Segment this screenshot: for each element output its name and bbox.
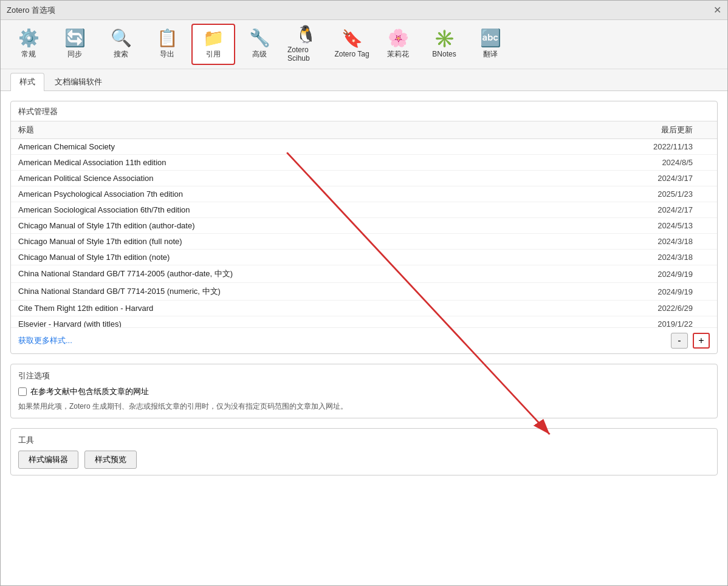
tools-buttons: 样式编辑器 样式预览 — [18, 451, 710, 469]
table-row[interactable]: American Psychological Association 7th e… — [11, 186, 717, 202]
style-title: Cite Them Right 12th edition - Harvard — [11, 301, 550, 316]
style-title: American Medical Association 11th editio… — [11, 155, 550, 171]
style-title: American Psychological Association 7th e… — [11, 186, 550, 202]
toolbar-general-label: 常规 — [21, 49, 36, 60]
table-row[interactable]: Chicago Manual of Style 17th edition (au… — [11, 218, 717, 234]
table-row[interactable]: Elsevier - Harvard (with titles) 2019/1/… — [11, 316, 717, 328]
style-title: American Sociological Association 6th/7t… — [11, 202, 550, 218]
toolbar-tag[interactable]: 🔖 Zotero Tag — [330, 24, 374, 65]
styles-table-wrapper[interactable]: 标题 最后更新 American Chemical Society 2022/1… — [11, 121, 717, 327]
tools-box: 工具 样式编辑器 样式预览 — [10, 428, 718, 475]
footer-buttons: - + — [671, 333, 710, 349]
table-row[interactable]: China National Standard GB/T 7714-2015 (… — [11, 283, 717, 301]
table-row[interactable]: China National Standard GB/T 7714-2005 (… — [11, 265, 717, 283]
table-row[interactable]: Chicago Manual of Style 17th edition (no… — [11, 250, 717, 265]
cite-icon: 📁 — [203, 30, 224, 47]
styles-section-title: 样式管理器 — [11, 101, 717, 121]
tools-title: 工具 — [18, 435, 710, 446]
toolbar-jasmine[interactable]: 🌸 茉莉花 — [376, 24, 420, 65]
toolbar-advanced[interactable]: 🔧 高级 — [238, 24, 281, 65]
style-title: Chicago Manual of Style 17th edition (au… — [11, 218, 550, 234]
toolbar-sync[interactable]: 🔄 同步 — [53, 24, 97, 65]
style-title: China National Standard GB/T 7714-2015 (… — [11, 283, 550, 301]
tab-styles[interactable]: 样式 — [10, 73, 44, 91]
citation-options-section: 引注选项 在参考文献中包含纸质文章的网址 如果禁用此项，Zotero 生成期刊、… — [10, 364, 718, 418]
toolbar-cite[interactable]: 📁 引用 — [191, 24, 235, 65]
style-date: 2025/1/23 — [550, 186, 717, 202]
toolbar-general[interactable]: ⚙️ 常规 — [7, 24, 50, 65]
style-editor-button[interactable]: 样式编辑器 — [18, 451, 78, 469]
toolbar-jasmine-label: 茉莉花 — [387, 49, 409, 60]
close-button[interactable]: ✕ — [713, 5, 721, 15]
toolbar-scihub-label: Zotero Scihub — [287, 46, 324, 63]
citation-options-title: 引注选项 — [18, 370, 710, 381]
include-url-checkbox[interactable] — [18, 387, 27, 396]
table-row[interactable]: Chicago Manual of Style 17th edition (fu… — [11, 234, 717, 250]
export-icon: 📋 — [157, 30, 178, 47]
toolbar-advanced-label: 高级 — [252, 49, 267, 60]
checkbox-row: 在参考文献中包含纸质文章的网址 — [18, 386, 710, 397]
tag-icon: 🔖 — [342, 30, 363, 47]
general-icon: ⚙️ — [18, 30, 39, 47]
add-style-button[interactable]: + — [693, 333, 710, 349]
main-content: 样式管理器 标题 最后更新 American Chemical Society … — [1, 91, 727, 585]
hint-text: 如果禁用此项，Zotero 生成期刊、杂志或报纸文章的引用时，仅为没有指定页码范… — [18, 401, 710, 412]
style-preview-button[interactable]: 样式预览 — [84, 451, 137, 469]
sync-icon: 🔄 — [64, 30, 86, 47]
style-date: 2024/9/19 — [550, 265, 717, 283]
table-row[interactable]: American Sociological Association 6th/7t… — [11, 202, 717, 218]
advanced-icon: 🔧 — [249, 30, 270, 47]
remove-style-button[interactable]: - — [671, 333, 688, 349]
citation-options: 引注选项 在参考文献中包含纸质文章的网址 如果禁用此项，Zotero 生成期刊、… — [11, 364, 717, 418]
style-title: China National Standard GB/T 7714-2005 (… — [11, 265, 550, 283]
get-more-styles-link[interactable]: 获取更多样式... — [18, 335, 72, 346]
scihub-icon: 🐧 — [295, 26, 317, 43]
style-title: Elsevier - Harvard (with titles) — [11, 316, 550, 328]
toolbar-search-label: 搜索 — [114, 49, 128, 60]
styles-table: 标题 最后更新 American Chemical Society 2022/1… — [11, 121, 717, 327]
style-title: Chicago Manual of Style 17th edition (fu… — [11, 234, 550, 250]
table-row[interactable]: American Political Science Association 2… — [11, 171, 717, 186]
style-date: 2022/11/13 — [550, 139, 717, 155]
toolbar-cite-label: 引用 — [206, 49, 221, 60]
style-date: 2024/2/17 — [550, 202, 717, 218]
include-url-label: 在参考文献中包含纸质文章的网址 — [30, 386, 149, 397]
style-date: 2024/9/19 — [550, 283, 717, 301]
style-title: Chicago Manual of Style 17th edition (no… — [11, 250, 550, 265]
window-title: Zotero 首选项 — [7, 5, 55, 16]
col-header-title: 标题 — [11, 121, 550, 139]
toolbar-sync-label: 同步 — [67, 49, 82, 60]
table-row[interactable]: American Medical Association 11th editio… — [11, 155, 717, 171]
toolbar-search[interactable]: 🔍 搜索 — [99, 24, 143, 65]
toolbar-scihub[interactable]: 🐧 Zotero Scihub — [284, 24, 328, 65]
toolbar-export-label: 导出 — [160, 49, 174, 60]
style-date: 2024/3/17 — [550, 171, 717, 186]
toolbar-bnotes[interactable]: ✳️ BNotes — [422, 24, 466, 65]
table-footer: 获取更多样式... - + — [11, 327, 717, 353]
tools-section: 工具 样式编辑器 样式预览 — [10, 428, 718, 475]
col-header-date: 最后更新 — [550, 121, 717, 139]
style-title: American Chemical Society — [11, 139, 550, 155]
search-icon: 🔍 — [111, 30, 132, 47]
tab-word[interactable]: 文档编辑软件 — [46, 73, 111, 90]
tab-bar: 样式 文档编辑软件 — [1, 69, 727, 91]
style-date: 2024/8/5 — [550, 155, 717, 171]
toolbar-export[interactable]: 📋 导出 — [145, 24, 189, 65]
toolbar-translate[interactable]: 🔤 翻译 — [469, 24, 512, 65]
style-date: 2024/3/18 — [550, 250, 717, 265]
style-title: American Political Science Association — [11, 171, 550, 186]
style-date: 2024/3/18 — [550, 234, 717, 250]
toolbar-tag-label: Zotero Tag — [334, 50, 369, 58]
table-row[interactable]: Cite Them Right 12th edition - Harvard 2… — [11, 301, 717, 316]
toolbar-translate-label: 翻译 — [483, 49, 498, 60]
style-date: 2019/1/22 — [550, 316, 717, 328]
table-row[interactable]: American Chemical Society 2022/11/13 — [11, 139, 717, 155]
style-date: 2024/5/13 — [550, 218, 717, 234]
title-bar: Zotero 首选项 ✕ — [1, 1, 727, 20]
toolbar-bnotes-label: BNotes — [432, 50, 456, 58]
toolbar: ⚙️ 常规 🔄 同步 🔍 搜索 📋 导出 📁 引用 🔧 高级 🐧 Zotero … — [1, 20, 727, 69]
styles-section: 样式管理器 标题 最后更新 American Chemical Society … — [10, 101, 718, 354]
bnotes-icon: ✳️ — [434, 30, 455, 47]
translate-icon: 🔤 — [480, 30, 501, 47]
jasmine-icon: 🌸 — [388, 30, 409, 47]
